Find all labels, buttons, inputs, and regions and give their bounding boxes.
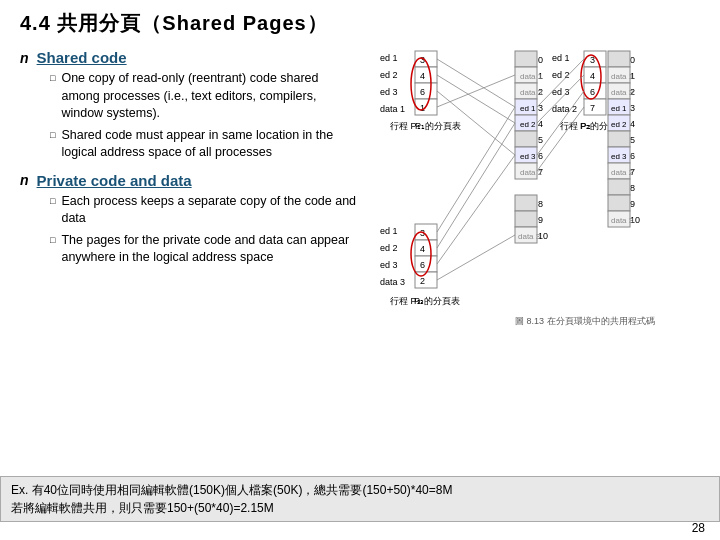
svg-rect-101 bbox=[608, 131, 630, 147]
svg-text:6: 6 bbox=[630, 151, 635, 161]
svg-line-52 bbox=[437, 59, 515, 107]
svg-text:0: 0 bbox=[630, 55, 635, 65]
svg-text:5: 5 bbox=[630, 135, 635, 145]
svg-text:ed 3: ed 3 bbox=[611, 152, 627, 161]
footer-bar: Ex. 有40位同時使用相同編輯軟體(150K)個人檔案(50K)，總共需要(1… bbox=[0, 476, 720, 522]
svg-text:ed 1: ed 1 bbox=[611, 104, 627, 113]
svg-rect-109 bbox=[608, 179, 630, 195]
svg-text:ed 2: ed 2 bbox=[611, 120, 627, 129]
svg-text:data 1: data 1 bbox=[520, 72, 543, 81]
list-item: The pages for the private code and data … bbox=[50, 232, 360, 267]
svg-rect-29 bbox=[515, 131, 537, 147]
list-item: Shared code must appear in same location… bbox=[50, 127, 360, 162]
svg-text:P₁的分頁表: P₁的分頁表 bbox=[415, 121, 461, 131]
svg-text:3: 3 bbox=[538, 103, 543, 113]
svg-text:4: 4 bbox=[630, 119, 635, 129]
list-item: Each process keeps a separate copy of th… bbox=[50, 193, 360, 228]
diagram-svg: ed 1 ed 2 ed 3 data 1 3 4 6 1 行程 P₁ P₁的分… bbox=[370, 49, 700, 389]
svg-text:ed 3: ed 3 bbox=[520, 152, 536, 161]
svg-text:data 3: data 3 bbox=[518, 232, 541, 241]
page: 4.4 共用分頁（Shared Pages） n Shared code One… bbox=[0, 0, 720, 540]
svg-rect-5 bbox=[415, 67, 437, 83]
section1-header: n Shared code bbox=[20, 49, 360, 66]
svg-line-59 bbox=[537, 107, 584, 171]
svg-text:data 3: data 3 bbox=[611, 216, 634, 225]
svg-text:data 3: data 3 bbox=[520, 88, 543, 97]
svg-text:9: 9 bbox=[538, 215, 543, 225]
svg-text:data 2: data 2 bbox=[611, 168, 634, 177]
svg-text:6: 6 bbox=[590, 87, 595, 97]
svg-text:4: 4 bbox=[420, 71, 425, 81]
svg-text:data 3: data 3 bbox=[611, 88, 634, 97]
svg-text:圖 8.13  在分頁環境中的共用程式碼: 圖 8.13 在分頁環境中的共用程式碼 bbox=[515, 316, 655, 326]
svg-text:ed 1: ed 1 bbox=[552, 53, 570, 63]
svg-line-84 bbox=[437, 155, 515, 264]
svg-text:9: 9 bbox=[630, 199, 635, 209]
footer-line1: Ex. 有40位同時使用相同編輯軟體(150K)個人檔案(50K)，總共需要(1… bbox=[11, 481, 709, 499]
svg-rect-111 bbox=[608, 195, 630, 211]
page-title: 4.4 共用分頁（Shared Pages） bbox=[20, 10, 700, 37]
svg-text:2: 2 bbox=[420, 276, 425, 286]
svg-text:data 1: data 1 bbox=[611, 72, 634, 81]
svg-text:ed 2: ed 2 bbox=[520, 120, 536, 129]
svg-line-83 bbox=[437, 123, 515, 248]
svg-text:ed 3: ed 3 bbox=[380, 260, 398, 270]
section-shared-code: n Shared code One copy of read-only (ree… bbox=[20, 49, 360, 162]
svg-text:ed 2: ed 2 bbox=[380, 70, 398, 80]
section2-title: Private code and data bbox=[37, 172, 192, 189]
svg-text:6: 6 bbox=[420, 260, 425, 270]
svg-rect-87 bbox=[608, 51, 630, 67]
svg-text:P₃的分頁表: P₃的分頁表 bbox=[414, 296, 460, 306]
section-private-code: n Private code and data Each process kee… bbox=[20, 172, 360, 267]
svg-text:ed 1: ed 1 bbox=[380, 53, 398, 63]
svg-text:4: 4 bbox=[590, 71, 595, 81]
section1-list: One copy of read-only (reentrant) code s… bbox=[50, 70, 360, 162]
svg-text:data 3: data 3 bbox=[380, 277, 405, 287]
svg-text:7: 7 bbox=[590, 103, 595, 113]
svg-line-53 bbox=[437, 75, 515, 123]
svg-rect-78 bbox=[515, 211, 537, 227]
svg-text:data 2: data 2 bbox=[520, 168, 543, 177]
svg-text:0: 0 bbox=[538, 55, 543, 65]
svg-rect-6 bbox=[415, 83, 437, 99]
page-number: 28 bbox=[692, 521, 705, 535]
svg-text:8: 8 bbox=[630, 183, 635, 193]
svg-line-57 bbox=[537, 75, 584, 123]
bullet-n-2: n bbox=[20, 172, 29, 188]
section1-title: Shared code bbox=[37, 49, 127, 66]
svg-text:ed 1: ed 1 bbox=[520, 104, 536, 113]
svg-text:5: 5 bbox=[538, 135, 543, 145]
svg-rect-66 bbox=[415, 256, 437, 272]
footer-line2: 若將編輯軟體共用，則只需要150+(50*40)=2.15M bbox=[11, 499, 709, 517]
left-column: n Shared code One copy of read-only (ree… bbox=[20, 49, 360, 389]
svg-text:4: 4 bbox=[420, 244, 425, 254]
svg-text:ed 2: ed 2 bbox=[552, 70, 570, 80]
main-content: n Shared code One copy of read-only (ree… bbox=[20, 49, 700, 389]
svg-line-56 bbox=[537, 59, 584, 107]
svg-text:6: 6 bbox=[420, 87, 425, 97]
section2-header: n Private code and data bbox=[20, 172, 360, 189]
svg-rect-65 bbox=[415, 240, 437, 256]
svg-rect-76 bbox=[515, 195, 537, 211]
list-item: One copy of read-only (reentrant) code s… bbox=[50, 70, 360, 123]
svg-text:4: 4 bbox=[538, 119, 543, 129]
svg-text:ed 3: ed 3 bbox=[380, 87, 398, 97]
svg-text:data 1: data 1 bbox=[380, 104, 405, 114]
svg-text:3: 3 bbox=[630, 103, 635, 113]
svg-text:8: 8 bbox=[538, 199, 543, 209]
svg-text:ed 1: ed 1 bbox=[380, 226, 398, 236]
bullet-n-1: n bbox=[20, 50, 29, 66]
svg-line-85 bbox=[437, 235, 515, 280]
svg-rect-15 bbox=[515, 51, 537, 67]
section2-list: Each process keeps a separate copy of th… bbox=[50, 193, 360, 267]
svg-text:ed 2: ed 2 bbox=[380, 243, 398, 253]
svg-line-55 bbox=[437, 75, 515, 107]
diagram-area: ed 1 ed 2 ed 3 data 1 3 4 6 1 行程 P₁ P₁的分… bbox=[370, 49, 700, 389]
